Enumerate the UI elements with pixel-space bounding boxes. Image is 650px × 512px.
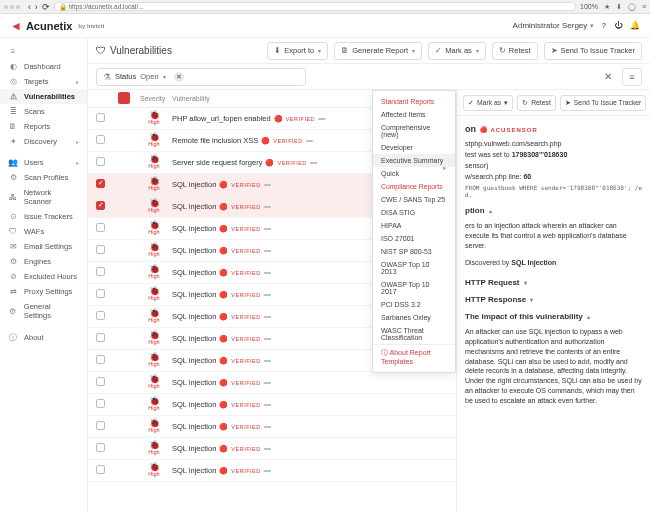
sidebar-item-dashboard[interactable]: ◐Dashboard (0, 59, 87, 74)
sidebar-item-proxy-settings[interactable]: ⇄Proxy Settings (0, 284, 87, 299)
impact-text: An attacker can use SQL injection to byp… (457, 323, 650, 409)
report-icon: 🗎 (341, 46, 349, 55)
sidebar-item-wafs[interactable]: 🛡WAFs (0, 224, 87, 239)
retest-button[interactable]: ↻Retest (492, 42, 538, 60)
row-checkbox[interactable] (96, 223, 105, 232)
nav-reload-icon[interactable]: ⟳ (42, 2, 50, 12)
row-checkbox[interactable] (96, 267, 105, 276)
nav-back-icon[interactable]: ‹ (28, 2, 31, 12)
address-bar[interactable]: 🔒 https://acunetix.ad.local/... (54, 2, 576, 11)
sidebar-icon: ⊙ (8, 212, 18, 221)
help-icon[interactable]: ? (602, 21, 606, 30)
row-checkbox[interactable] (96, 157, 105, 166)
report-option[interactable]: Executive Summary ▸ (373, 154, 455, 167)
sidebar-item-scan-profiles[interactable]: ⚙Scan Profiles (0, 170, 87, 185)
verified-icon: 🔴 (219, 379, 228, 387)
row-checkbox[interactable] (96, 399, 105, 408)
row-checkbox[interactable] (96, 333, 105, 342)
status-filter[interactable]: ⚗ Status Open ▾ ✕ (96, 68, 306, 86)
sidebar-item-discovery[interactable]: ✦Discovery▸ (0, 134, 87, 149)
about-report-templates[interactable]: ⓘ About Report Templates (373, 344, 455, 368)
report-option[interactable]: OWASP Top 10 2013 (373, 258, 455, 278)
export-button[interactable]: ⬇Export to▾ (267, 42, 328, 60)
sidebar-item-engines[interactable]: ⚙Engines (0, 254, 87, 269)
report-option[interactable]: PCI DSS 3.2 (373, 298, 455, 311)
sidebar-icon: 🖧 (8, 193, 18, 202)
sidebar-item-scans[interactable]: ≣Scans (0, 104, 87, 119)
row-checkbox[interactable] (96, 201, 105, 210)
row-checkbox[interactable] (96, 377, 105, 386)
send-issue-button[interactable]: ➤Send To Issue Tracker (544, 42, 642, 60)
report-option[interactable]: HIPAA (373, 219, 455, 232)
sidebar-toggle[interactable]: ≡ (0, 44, 87, 59)
logout-icon[interactable]: ⏻ (614, 21, 622, 30)
select-all[interactable] (118, 92, 130, 104)
row-checkbox[interactable] (96, 443, 105, 452)
verified-icon: 🔴 (219, 247, 228, 255)
detail-discovered: Discovered by SQL Injection (457, 254, 650, 272)
sidebar-item-excluded-hours[interactable]: ⊘Excluded Hours (0, 269, 87, 284)
row-checkbox[interactable] (96, 355, 105, 364)
verified-icon: 🔴 (274, 115, 283, 123)
row-checkbox[interactable] (96, 135, 105, 144)
severity-badge: 🐞High (140, 243, 168, 258)
clear-status-filter[interactable]: ✕ (174, 72, 184, 82)
retest-icon: ↻ (499, 46, 506, 55)
report-option[interactable]: ISO 27001 (373, 232, 455, 245)
menu-icon[interactable]: ≡ (642, 3, 646, 11)
mark-as-button[interactable]: ✓Mark as▾ (428, 42, 486, 60)
row-checkbox[interactable] (96, 421, 105, 430)
col-severity[interactable]: Severity (140, 95, 168, 102)
nav-fwd-icon[interactable]: › (35, 2, 38, 12)
row-checkbox[interactable] (96, 465, 105, 474)
report-option[interactable]: Affected Items (373, 108, 455, 121)
http-request-header[interactable]: HTTP Request▾ (457, 272, 650, 289)
report-option[interactable]: CWE / SANS Top 25 (373, 193, 455, 206)
row-checkbox[interactable] (96, 245, 105, 254)
report-option[interactable]: DISA STIG (373, 206, 455, 219)
severity-badge: 🐞High (140, 463, 168, 478)
sidebar-item-about[interactable]: ⓘAbout (0, 329, 87, 346)
sidebar-item-email-settings[interactable]: ✉Email Settings (0, 239, 87, 254)
ext-icon[interactable]: ★ (604, 3, 610, 11)
report-option[interactable]: OWASP Top 10 2017 (373, 278, 455, 298)
sidebar-icon: ⚙ (8, 173, 18, 182)
http-response-header[interactable]: HTTP Response▾ (457, 289, 650, 306)
severity-badge: 🐞High (140, 287, 168, 302)
verified-icon: 🔴 (219, 313, 228, 321)
detail-retest[interactable]: ↻ Retest (517, 95, 556, 111)
detail-send[interactable]: ➤ Send To Issue Tracker (560, 95, 647, 111)
notifications-icon[interactable]: 🔔 (630, 21, 640, 30)
user-menu[interactable]: Administrator Sergey ▾ (513, 21, 594, 30)
severity-badge: 🐞High (140, 111, 168, 126)
sidebar-item-reports[interactable]: 🗎Reports (0, 119, 87, 134)
generate-report-button[interactable]: 🗎Generate Report▾ (334, 42, 422, 60)
row-checkbox[interactable] (96, 289, 105, 298)
report-option[interactable]: Sarbanes Oxley (373, 311, 455, 324)
row-checkbox[interactable] (96, 179, 105, 188)
row-checkbox[interactable] (96, 311, 105, 320)
clear-search[interactable]: ✕ (600, 67, 616, 86)
sidebar-item-network-scanner[interactable]: 🖧Network Scanner (0, 185, 87, 209)
profile-icon[interactable]: ◯ (628, 3, 636, 11)
report-option[interactable]: NIST SP 800-53 (373, 245, 455, 258)
report-option[interactable]: Developer (373, 141, 455, 154)
verified-icon: 🔴 (219, 401, 228, 409)
detail-description-header[interactable]: ption▴ (457, 200, 650, 217)
impact-header[interactable]: The impact of this vulnerability▴ (457, 306, 650, 323)
sidebar-item-issue-trackers[interactable]: ⊙Issue Trackers (0, 209, 87, 224)
report-option[interactable]: WASC Threat Classification (373, 324, 455, 344)
sidebar-item-users[interactable]: 👥Users▸ (0, 155, 87, 170)
verified-icon: 🔴 (219, 357, 228, 365)
detail-kv: w/search.php line: 60 (457, 171, 650, 182)
detail-mark-as[interactable]: ✓ Mark as ▾ (463, 95, 513, 111)
severity-badge: 🐞High (140, 419, 168, 434)
verified-icon: 🔴 (219, 181, 228, 189)
report-option[interactable]: Comprehensive (new) (373, 121, 455, 141)
sidebar-item-targets[interactable]: ◎Targets▸ (0, 74, 87, 89)
sidebar-item-general-settings[interactable]: ⚙General Settings (0, 299, 87, 323)
row-checkbox[interactable] (96, 113, 105, 122)
sidebar-item-vulnerabilities[interactable]: ⚠Vulnerabilities (0, 89, 87, 104)
columns-button[interactable]: ≡ (622, 68, 642, 86)
ext-icon[interactable]: ⬇ (616, 3, 622, 11)
